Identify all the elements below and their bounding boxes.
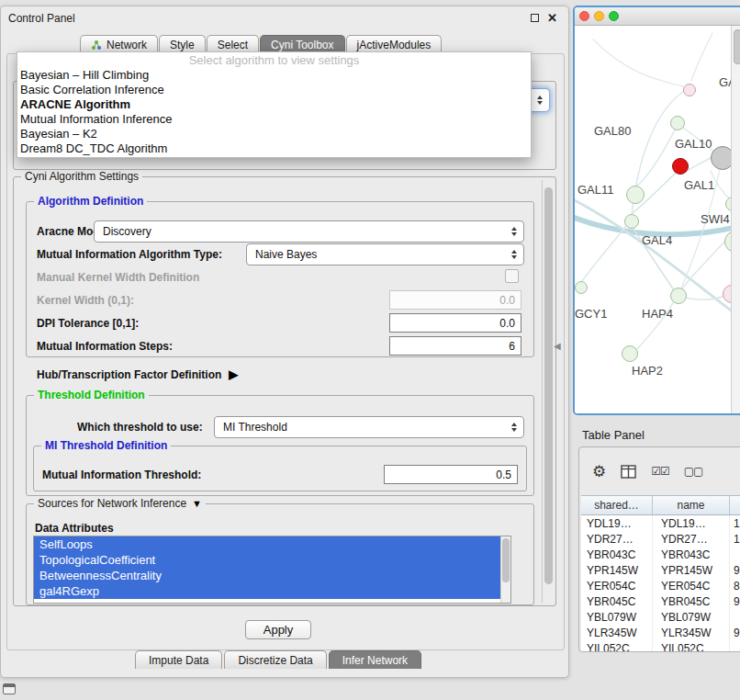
close-icon[interactable]: ✕ xyxy=(547,13,557,23)
expand-right-icon: ▶ xyxy=(229,367,238,381)
group-title: Threshold Definition xyxy=(34,389,149,401)
gear-icon[interactable]: ⚙ xyxy=(592,464,606,480)
cell: YBR043C xyxy=(653,547,730,562)
column-header-name[interactable]: name xyxy=(653,496,730,514)
dropdown-option[interactable]: Basic Correlation Inference xyxy=(17,83,531,97)
table-row[interactable]: YIL052C YIL052C xyxy=(581,640,740,652)
dpi-tolerance-field[interactable]: 0.0 xyxy=(389,313,521,333)
sources-section-toggle[interactable]: Sources for Network Inference ▼ xyxy=(34,497,206,510)
cell: YPR145W xyxy=(581,562,653,578)
scrollbar-thumb[interactable] xyxy=(502,538,510,582)
cell: 12 xyxy=(730,531,740,547)
network-node[interactable] xyxy=(670,116,685,130)
cell: YIL052C xyxy=(581,640,653,652)
dpi-tolerance-label: DPI Tolerance [0,1]: xyxy=(37,317,139,330)
select-all-icon[interactable]: ☑☑ xyxy=(651,465,669,478)
network-node[interactable] xyxy=(670,288,687,304)
list-item[interactable]: SelfLoops xyxy=(34,536,510,552)
cell: YPR145W xyxy=(653,562,730,578)
cell: YBR045C xyxy=(581,593,653,609)
network-scrollbar[interactable] xyxy=(731,26,740,413)
network-node[interactable] xyxy=(575,281,588,294)
dropdown-option-selected[interactable]: ARACNE Algorithm xyxy=(17,97,531,112)
column-header-extra[interactable] xyxy=(730,496,740,514)
window-controls: ✕ xyxy=(531,13,557,23)
kernel-width-field[interactable]: 0.0 xyxy=(389,290,521,310)
float-window-icon[interactable] xyxy=(531,14,539,22)
table-row[interactable]: YBL079W YBL079W xyxy=(581,609,740,625)
network-node-gal10[interactable] xyxy=(672,158,689,175)
node-label: GAL10 xyxy=(675,137,712,151)
minimize-traffic-light[interactable] xyxy=(594,11,604,21)
table-row[interactable]: YDL19… YDL19… 13 xyxy=(581,515,740,531)
tab-discretize-data[interactable]: Discretize Data xyxy=(224,650,326,669)
combo-value: MI Threshold xyxy=(223,421,287,434)
group-title: Cyni Algorithm Settings xyxy=(21,170,142,183)
kernel-width-label: Kernel Width (0,1): xyxy=(37,294,134,307)
dropdown-option[interactable]: Bayesian – Hill Climbing xyxy=(17,68,531,83)
node-label: GAL1 xyxy=(684,178,714,192)
hub-factor-section-toggle[interactable]: Hub/Transcription Factor Definition ▶ xyxy=(37,367,238,381)
cell: YBR045C xyxy=(653,593,730,609)
table-row[interactable]: YER054C YER054C 8. xyxy=(581,578,740,593)
apply-button[interactable]: Apply xyxy=(245,620,311,639)
network-node[interactable] xyxy=(626,186,645,204)
table-header-row: shared… name xyxy=(581,495,740,515)
dropdown-option[interactable]: Bayesian – K2 xyxy=(17,127,531,141)
cell: YBL079W xyxy=(653,609,730,625)
combo-arrows-icon xyxy=(508,423,523,432)
list-item[interactable]: gal4RGexp xyxy=(34,583,510,599)
cell: YIL052C xyxy=(653,640,730,652)
table-row[interactable]: YPR145W YPR145W 9. xyxy=(581,562,740,578)
node-label: HAP2 xyxy=(632,364,663,378)
scrollbar-thumb[interactable] xyxy=(544,187,553,584)
which-threshold-combobox[interactable]: MI Threshold xyxy=(214,416,524,438)
desktop: Control Panel ✕ Network Style Select Cyn… xyxy=(0,0,740,700)
network-node[interactable] xyxy=(683,84,696,96)
cell xyxy=(730,609,740,625)
network-node[interactable] xyxy=(624,214,639,229)
aracne-mode-combobox[interactable]: Discovery xyxy=(94,220,524,243)
cell: YDR27… xyxy=(653,531,730,547)
deselect-all-icon[interactable]: ▢▢ xyxy=(684,465,703,478)
network-node[interactable] xyxy=(622,345,638,362)
table-row[interactable]: YDR27… YDR27… 12 xyxy=(581,531,740,547)
mi-threshold-field[interactable]: 0.5 xyxy=(384,465,518,484)
list-scrollbar[interactable] xyxy=(500,536,510,603)
mi-type-combobox[interactable]: Naive Bayes xyxy=(246,243,524,265)
algorithm-dropdown-popup: Select algorithm to view settings Bayesi… xyxy=(17,51,532,158)
list-item[interactable]: TopologicalCoefficient xyxy=(34,552,510,568)
mi-steps-field[interactable]: 6 xyxy=(389,336,521,356)
cell: 8. xyxy=(730,578,740,593)
dropdown-option[interactable]: Mutual Information Inference xyxy=(17,112,531,127)
manual-kernel-checkbox[interactable] xyxy=(505,269,519,283)
combo-value: Discovery xyxy=(103,225,151,238)
mi-steps-label: Mutual Information Steps: xyxy=(37,340,173,353)
table-row[interactable]: YBR045C YBR045C 9. xyxy=(581,593,740,609)
cyni-bottom-tabbar: Impute Data Discretize Data Infer Networ… xyxy=(135,650,423,669)
tab-label: Style xyxy=(170,39,195,51)
cell: 9. xyxy=(730,562,740,578)
zoom-traffic-light[interactable] xyxy=(609,11,619,21)
scrollbar-thumb[interactable] xyxy=(734,29,740,64)
table-columns-icon[interactable] xyxy=(621,465,636,479)
settings-scrollbar[interactable] xyxy=(542,180,554,603)
network-window-titlebar xyxy=(575,7,740,26)
tab-label: jActiveModules xyxy=(357,39,432,51)
minimized-panel-icon[interactable] xyxy=(3,683,16,694)
tab-infer-network[interactable]: Infer Network xyxy=(329,650,421,669)
column-header-shared[interactable]: shared… xyxy=(581,496,653,514)
tab-impute-data[interactable]: Impute Data xyxy=(135,650,222,669)
cell: 9. xyxy=(730,625,740,640)
close-traffic-light[interactable] xyxy=(579,11,589,21)
network-canvas[interactable]: GAL GAL80 GAL10 GAL11 GAL1 SWI4 GAL4 GCY… xyxy=(575,26,740,413)
dropdown-option[interactable]: Dream8 DC_TDC Algorithm xyxy=(17,141,531,156)
table-row[interactable]: YLR345W YLR345W 9. xyxy=(581,625,740,640)
cell: YBL079W xyxy=(581,609,653,625)
node-label: GCY1 xyxy=(575,307,607,321)
list-item[interactable]: BetweennessCentrality xyxy=(34,568,510,583)
cell xyxy=(730,640,740,652)
table-row[interactable]: YBR043C YBR043C xyxy=(581,547,740,562)
panel-collapse-icon[interactable]: ◀ xyxy=(554,341,561,351)
which-threshold-label: Which threshold to use: xyxy=(77,421,203,434)
